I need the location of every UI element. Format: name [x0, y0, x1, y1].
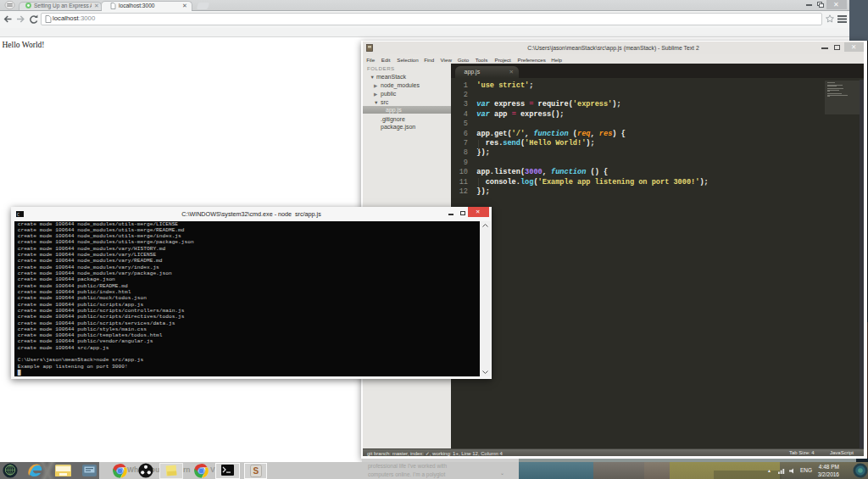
svg-text:S: S — [253, 466, 259, 476]
